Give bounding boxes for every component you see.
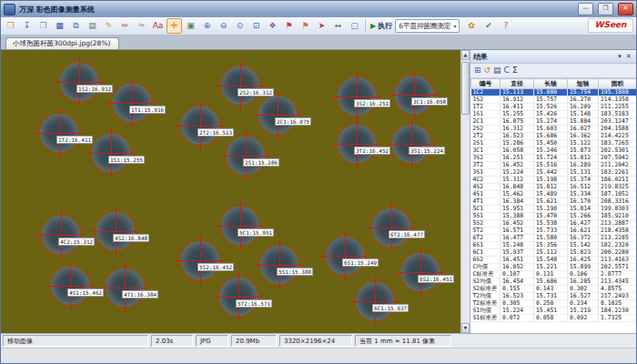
measure-link-icon[interactable]: ↔ — [330, 18, 346, 34]
pan-hand-icon[interactable]: ✛ — [167, 18, 182, 34]
table-row[interactable]: T2均值16.52315.73116.527217.2493 — [471, 293, 637, 300]
pin-icon[interactable]: ▾ — [615, 53, 624, 60]
maximize-button[interactable]: ❐ — [598, 3, 613, 15]
image-tab[interactable]: 小球孢菌杆菌300dpi.jpg(28%) — [5, 37, 119, 49]
inhibition-zone[interactable] — [258, 96, 297, 134]
table-row[interactable]: S2均值16.45415.68616.285213.4345 — [471, 278, 637, 286]
column-header[interactable]: 面积 — [599, 79, 637, 89]
column-header[interactable]: 编号 — [471, 79, 500, 89]
screen-icon[interactable]: ▢ — [347, 18, 362, 34]
inhibition-zone[interactable] — [221, 207, 259, 245]
inhibition-zone[interactable] — [260, 246, 298, 284]
text-tool-icon[interactable]: Aa — [150, 18, 166, 34]
open-folder-icon[interactable]: ❒ — [3, 18, 18, 34]
inhibition-zone[interactable] — [113, 84, 151, 122]
inhibition-zone[interactable] — [40, 114, 78, 152]
inhibition-zone[interactable] — [181, 106, 219, 145]
table-row[interactable]: 6S115.24815.35615.142182.2320 — [471, 242, 637, 249]
inhibition-zone[interactable] — [326, 237, 364, 275]
inhibition-zone[interactable] — [106, 268, 144, 307]
inhibition-zone[interactable] — [42, 216, 80, 254]
table-row[interactable]: 3S216.25115.72415.812207.5942 — [471, 155, 637, 162]
save-all-icon[interactable]: ⧉ — [68, 18, 84, 34]
table-row[interactable]: 5S115.38815.47015.266185.9210 — [471, 213, 637, 220]
table-row[interactable]: 4S216.84815.81216.512219.8325 — [471, 184, 637, 191]
table-row[interactable]: 2S216.31215.60316.027204.1588 — [471, 126, 637, 133]
zoom-fit-icon[interactable]: ⊡ — [248, 18, 264, 34]
table-row[interactable]: S2标准差0.1550.1430.3024.8575 — [471, 286, 637, 293]
scroll-track[interactable] — [461, 60, 470, 323]
copy-icon[interactable]: ❐ — [35, 18, 51, 34]
table-row[interactable]: S1标准差0.0720.0580.0921.7325 — [471, 315, 637, 322]
flag-red-icon[interactable]: ⚑ — [281, 18, 297, 34]
table-row[interactable]: 6T216.47715.58016.372213.2285 — [471, 235, 637, 242]
inhibition-zone[interactable] — [60, 63, 98, 101]
close-panel-icon[interactable]: ✕ — [624, 53, 633, 60]
palette-icon[interactable]: ❖ — [265, 18, 280, 34]
annotate-icon[interactable]: ✑ — [134, 18, 149, 34]
run-button[interactable]: ▶ 执行 — [369, 21, 394, 31]
table-row[interactable]: T2标准差0.3050.2500.2348.1025 — [471, 300, 637, 308]
inhibition-zone[interactable] — [219, 278, 258, 316]
inhibition-zone[interactable] — [338, 77, 376, 116]
inhibition-zone[interactable] — [227, 136, 265, 175]
scroll-down-icon[interactable]: ▼ — [461, 323, 470, 333]
help-book-icon[interactable]: ? — [498, 18, 513, 34]
settings-flower-icon[interactable]: ✿ — [463, 18, 479, 34]
scroll-up-icon[interactable]: ▲ — [461, 50, 470, 60]
inhibition-zone[interactable] — [401, 253, 440, 291]
inhibition-zone[interactable] — [392, 125, 430, 163]
inhibition-zone[interactable] — [395, 76, 433, 114]
table-row[interactable]: 4C215.31215.19815.374186.0211 — [471, 177, 637, 184]
select-arrow-icon[interactable]: ➤ — [314, 18, 329, 34]
column-header[interactable]: 长轴 — [534, 79, 568, 89]
save-icon[interactable]: ▦ — [52, 18, 67, 34]
close-button[interactable]: ✕ — [618, 3, 633, 15]
inhibition-zone[interactable] — [338, 125, 376, 163]
table-row[interactable]: 6S216.45115.54816.425213.4163 — [471, 257, 637, 264]
table-row[interactable]: 3T216.45215.51616.289211.2042 — [471, 162, 637, 169]
table-row[interactable]: 4S115.46215.48915.334187.1052 — [471, 191, 637, 198]
print-results-icon[interactable]: ▤ — [493, 65, 501, 76]
table-row[interactable]: 2S115.28615.45015.122183.7265 — [471, 140, 637, 147]
inhibition-zone[interactable] — [51, 267, 89, 305]
table-row[interactable]: 4T116.38415.62116.170208.3316 — [471, 198, 637, 206]
zoom-in-icon[interactable]: ⊕ — [199, 18, 215, 34]
image-canvas[interactable]: 1S2:16.9121T1:15.9161T2:16.4111S1:15.255… — [1, 50, 460, 333]
pencil-icon[interactable]: ✎ — [101, 18, 116, 34]
inhibition-zone[interactable] — [356, 282, 394, 320]
flag-orange-icon[interactable]: ⚑ — [298, 18, 313, 34]
table-row[interactable]: 5T216.57115.73316.621218.4358 — [471, 228, 637, 235]
scroll-thumb[interactable] — [461, 62, 470, 115]
table-row[interactable]: 2T216.52315.68616.362214.4225 — [471, 133, 637, 140]
copy-c-icon[interactable]: C — [504, 65, 510, 76]
confirm-check-icon[interactable]: ✔ — [480, 18, 496, 34]
table-row[interactable]: 1S216.91215.75716.270214.1358 — [471, 96, 637, 104]
print-icon[interactable]: ▤ — [85, 18, 100, 34]
table-row[interactable]: 5S216.45215.53816.427213.2887 — [471, 220, 637, 228]
inhibition-zone[interactable] — [372, 208, 410, 247]
marker-icon[interactable]: ✏ — [117, 18, 133, 34]
table-row[interactable]: 1S115.25515.42615.148183.5183 — [471, 111, 637, 118]
column-header[interactable]: 直径 — [500, 79, 534, 89]
table-row[interactable]: 3S115.22415.44215.131183.2261 — [471, 169, 637, 177]
table-row[interactable]: 6C115.93715.11215.823200.2280 — [471, 249, 637, 257]
preset-dropdown[interactable]: 6平皿抑菌圈测定 ▾ — [395, 19, 460, 33]
inhibition-zone[interactable] — [96, 212, 135, 250]
export-icon[interactable]: ⊞ — [474, 65, 481, 76]
table-row[interactable]: 1T216.41115.52616.209211.2255 — [471, 104, 637, 111]
table-row[interactable]: C均值16.05215.22115.899202.5571 — [471, 264, 637, 271]
table-row[interactable]: 1C215.11315.08015.754195.1808 — [471, 89, 637, 96]
table-row[interactable]: 2C116.07515.27415.884203.1247 — [471, 118, 637, 126]
table-row[interactable]: C标准差0.1070.1310.1062.8777 — [471, 271, 637, 278]
table-row[interactable]: 5C115.95115.19015.814199.8303 — [471, 206, 637, 213]
table-row[interactable]: S1均值15.22415.45115.219184.2230 — [471, 308, 637, 315]
zoom-out-icon[interactable]: ⊖ — [216, 18, 231, 34]
canvas-vscrollbar[interactable]: ▲ ▼ — [460, 50, 470, 333]
minimize-button[interactable]: — — [578, 3, 593, 15]
zoom-select-icon[interactable]: ⊙ — [232, 18, 248, 34]
column-header[interactable]: 短轴 — [568, 79, 599, 89]
sum-sigma-icon[interactable]: Σ — [512, 65, 518, 76]
table-row[interactable]: 3C116.05815.24615.873202.5301 — [471, 147, 637, 155]
image-tool-icon[interactable]: ▣ — [183, 18, 198, 34]
